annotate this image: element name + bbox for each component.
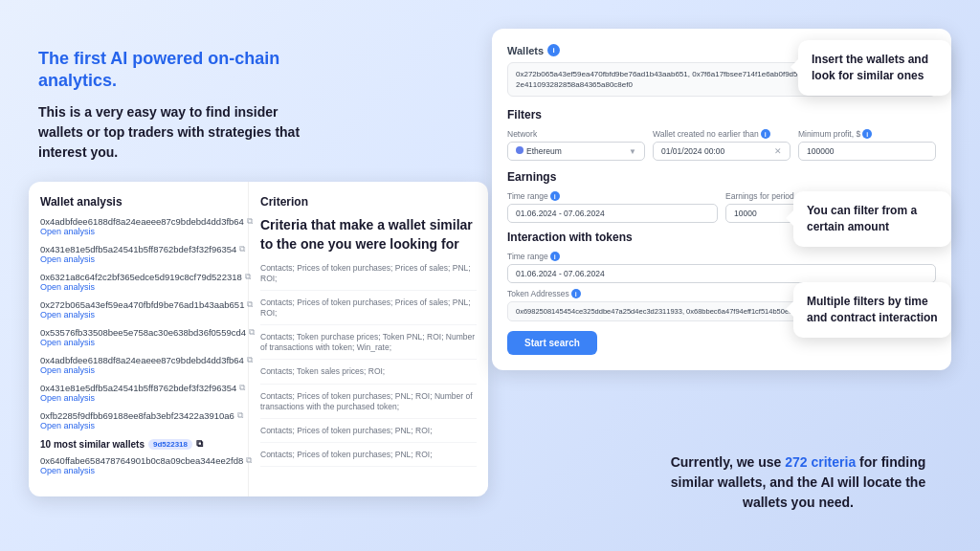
copy-icon[interactable]: ⧉ <box>239 244 245 254</box>
open-analysis-link[interactable]: Open analysis <box>40 227 236 236</box>
bottom-text-before: Currently, we use <box>671 454 786 470</box>
filter-row-network: Network Ethereum ▼ Wallet created no ear… <box>507 129 936 161</box>
wallet-address: 0xfb2285f9dfbb69188ee8fab3ebf23422a3910a… <box>40 410 236 421</box>
most-similar-label: 10 most similar wallets 9d522318 ⧉ <box>40 438 236 450</box>
tooltip-multiple: Multiple filters by time and contract in… <box>793 282 951 338</box>
clear-icon[interactable]: ✕ <box>774 146 782 156</box>
wallet-entry: 0x53576fb33508bee5e758ac30e638bd36f0559c… <box>40 327 236 347</box>
wallet-entry: 0x431e81e5dfb5a24541b5ff8762bdef3f32f963… <box>40 383 236 403</box>
open-analysis-link[interactable]: Open analysis <box>40 466 236 475</box>
earnings-title: Earnings <box>507 170 936 184</box>
info-icon: i <box>761 129 770 139</box>
tooltip-filter: You can filter from a certain amount <box>793 191 951 247</box>
wallet-entry: 0x272b065a43ef59ea470fbfd9be76ad1b43aab6… <box>40 299 236 320</box>
network-select[interactable]: Ethereum ▼ <box>507 142 645 161</box>
criteria-count: 272 criteria <box>785 454 856 470</box>
criterion-item: Contacts; Prices of token purchases; PNL… <box>260 391 477 419</box>
criterion-item: Contacts; Prices of token purchases; Pri… <box>260 298 477 325</box>
left-section: The first AI powered on-chain analytics.… <box>38 48 306 163</box>
interaction-time-row: Time range i 01.06.2024 - 07.06.2024 <box>507 252 936 283</box>
criterion-item: Contacts; Prices of token purchases; PNL… <box>260 426 477 443</box>
wallet-address: 0x272b065a43ef59ea470fbfd9be76ad1b43aab6… <box>40 299 236 310</box>
wallet-entry: 0x4adbfdee6188df8a24eaeee87c9bdebd4dd3fb… <box>40 216 236 236</box>
headline: The first AI powered on-chain analytics. <box>38 48 306 93</box>
wallet-list-column: Wallet analysis 0x4adbfdee6188df8a24eaee… <box>29 182 249 496</box>
wallet-analysis-title: Wallet analysis <box>40 195 236 209</box>
subheadline: This is a very easy way to find insider … <box>38 102 306 163</box>
filters-section: Filters Network Ethereum ▼ Wallet create… <box>507 108 936 161</box>
open-analysis-link[interactable]: Open analysis <box>40 338 236 347</box>
open-analysis-link[interactable]: Open analysis <box>40 254 236 264</box>
open-analysis-link[interactable]: Open analysis <box>40 365 236 375</box>
wallet-address: 0x6321a8c64f2c2bf365edce5d919c8cf79d5223… <box>40 272 236 282</box>
earnings-time-range: Time range i 01.06.2024 - 07.06.2024 <box>507 191 718 223</box>
wallet-address: 0x640ffabe658478764901b0c8a09cbea344ee2f… <box>40 455 236 466</box>
start-search-button[interactable]: Start search <box>507 331 597 355</box>
criterion-item: Contacts; Token sales prices; ROI; <box>260 366 477 384</box>
chevron-down-icon: ▼ <box>629 147 636 156</box>
criterion-title: Criterion <box>260 195 477 209</box>
open-analysis-link[interactable]: Open analysis <box>40 393 236 403</box>
criterion-item: Contacts; Token purchase prices; Token P… <box>260 332 477 360</box>
info-icon: i <box>571 289 581 298</box>
wallet-address: 0x53576fb33508bee5e758ac30e638bd36f0559c… <box>40 327 236 338</box>
interaction-time-input[interactable]: 01.06.2024 - 07.06.2024 <box>507 264 936 283</box>
wallet-address: 0x431e81e5dfb5a24541b5ff8762bdef3f32f963… <box>40 383 236 393</box>
open-analysis-link[interactable]: Open analysis <box>40 421 236 430</box>
wallet-entry: 0x431e81e5dfb5a24541b5ff8762bdef3f32f963… <box>40 244 236 264</box>
time-range-label: Time range i <box>507 191 718 201</box>
min-profit-input[interactable]: 100000 <box>798 142 936 161</box>
wallet-address: 0x4adbfdee6188df8a24eaeee87c9bdebd4dd3fb… <box>40 216 236 227</box>
time-range-input[interactable]: 01.06.2024 - 07.06.2024 <box>507 204 718 223</box>
wallet-entry: 0xfb2285f9dfbb69188ee8fab3ebf23422a3910a… <box>40 410 236 430</box>
wallet-panel: Wallet analysis 0x4adbfdee6188df8a24eaee… <box>29 182 488 496</box>
copy-icon[interactable]: ⧉ <box>196 438 203 450</box>
criterion-item: Contacts; Prices of token purchases; PNL… <box>260 450 477 467</box>
min-profit-label: Minimum profit, $ i <box>798 129 936 139</box>
info-icon: i <box>550 191 560 201</box>
copy-icon[interactable]: ⧉ <box>239 383 245 393</box>
wallet-entry: 0x4adbfdee6188df8a24eaeee87c9bdebd4dd3fb… <box>40 355 236 375</box>
wallet-address: 0x431e81e5dfb5a24541b5ff8762bdef3f32f963… <box>40 244 236 254</box>
tooltip-insert: Insert the wallets and look for similar … <box>798 40 951 96</box>
open-analysis-link[interactable]: Open analysis <box>40 310 236 320</box>
info-icon: i <box>550 252 560 261</box>
filters-title: Filters <box>507 108 936 121</box>
min-profit-filter: Minimum profit, $ i 100000 <box>798 129 936 161</box>
network-filter: Network Ethereum ▼ <box>507 129 645 161</box>
bottom-right-text: Currently, we use 272 criteria for findi… <box>655 452 942 513</box>
criterion-column: Criterion Criteria that make a wallet si… <box>249 182 488 496</box>
interaction-time-range: Time range i 01.06.2024 - 07.06.2024 <box>507 252 936 283</box>
copy-icon[interactable]: ⧉ <box>237 410 243 421</box>
most-similar-badge: 9d522318 <box>148 439 192 450</box>
wallet-address: 0x4adbfdee6188df8a24eaeee87c9bdebd4dd3fb… <box>40 355 236 365</box>
open-analysis-link[interactable]: Open analysis <box>40 282 236 292</box>
wallet-entry: 0x6321a8c64f2c2bf365edce5d919c8cf79d5223… <box>40 272 236 292</box>
network-label: Network <box>507 129 645 139</box>
criterion-description: Criteria that make a wallet similar to t… <box>260 216 477 253</box>
wallet-created-filter: Wallet created no earlier than i 01/01/2… <box>653 129 791 161</box>
info-icon: i <box>547 44 560 56</box>
wallet-created-input[interactable]: 01/01/2024 00:00 ✕ <box>653 142 791 161</box>
time-range-label: Time range i <box>507 252 936 261</box>
wallet-created-label: Wallet created no earlier than i <box>653 129 791 139</box>
wallet-entry: 0x640ffabe658478764901b0c8a09cbea344ee2f… <box>40 455 236 475</box>
criterion-item: Contacts; Prices of token purchases; Pri… <box>260 263 477 291</box>
info-icon: i <box>862 129 872 139</box>
